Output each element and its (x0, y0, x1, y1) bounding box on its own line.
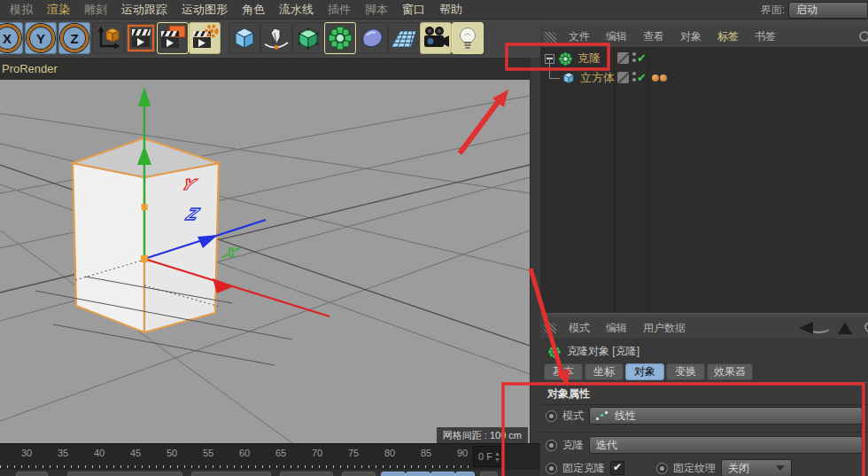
menu-sculpt[interactable]: 雕刻 (77, 2, 114, 18)
phong-tag-icon[interactable] (652, 74, 659, 82)
fix-clone-checkbox[interactable]: ✔ (610, 461, 624, 475)
om-menu-view[interactable]: 查看 (635, 29, 672, 44)
menu-character[interactable]: 角色 (235, 2, 272, 18)
add-spline-pen-icon[interactable] (260, 22, 292, 54)
add-subdivision-surface-icon[interactable] (292, 22, 324, 54)
mograph-cloner-icon (547, 345, 562, 359)
interface-layout-dropdown[interactable]: 启动 (788, 2, 868, 19)
render-view-icon[interactable] (125, 22, 157, 54)
clones-key-radio[interactable] (546, 440, 557, 451)
transport-button[interactable] (480, 472, 498, 476)
tick-label: 70 (312, 448, 322, 458)
transport-button-active[interactable] (381, 472, 406, 476)
tick-label: 50 (167, 448, 177, 458)
transport-button[interactable] (191, 472, 271, 476)
transport-button-active[interactable] (430, 472, 455, 476)
om-menu-file[interactable]: 文件 (561, 29, 598, 44)
frame-spinner-icon[interactable]: ▲▼ (494, 450, 500, 463)
object-name-cloner[interactable]: 克隆 (577, 51, 601, 66)
fix-clone-key-radio[interactable] (546, 463, 557, 474)
tick-label: 60 (239, 448, 250, 458)
menu-mograph[interactable]: 运动图形 (174, 2, 235, 18)
object-name-cube[interactable]: 立方体 (580, 70, 615, 86)
panel-grip-icon[interactable] (544, 32, 556, 43)
fix-texture-dropdown[interactable]: 关闭 (721, 459, 792, 476)
current-frame-field[interactable]: 0 F ▲▼ (473, 446, 503, 467)
transport-button[interactable] (67, 472, 182, 476)
z-axis-lock-button[interactable]: Z (58, 22, 90, 54)
timeline-ruler[interactable]: 30 35 40 45 50 55 60 65 70 75 80 85 90 0… (0, 443, 540, 471)
prorender-menu[interactable]: ProRender (0, 62, 58, 75)
menu-help[interactable]: 帮助 (432, 2, 469, 18)
tab-effectors[interactable]: 效果器 (707, 363, 753, 380)
clones-dropdown[interactable]: 迭代 (589, 436, 863, 454)
add-camera-icon[interactable] (420, 22, 452, 54)
menu-render[interactable]: 渲染 (40, 2, 77, 18)
add-cube-icon[interactable] (229, 22, 260, 54)
layer-swatch-icon[interactable] (617, 52, 629, 64)
om-menu-bookmarks[interactable]: 书签 (747, 29, 784, 44)
object-manager-menubar: 文件 编辑 查看 对象 标签 书签 (540, 27, 868, 48)
am-menu-edit[interactable]: 编辑 (598, 321, 635, 336)
menu-script[interactable]: 脚本 (358, 2, 395, 18)
panel-grip-icon[interactable] (544, 323, 556, 333)
enabled-checkmark-icon[interactable]: ✔ (637, 51, 647, 65)
transport-button-active[interactable] (455, 472, 475, 476)
attribute-title: 克隆对象 [克隆] (567, 344, 639, 359)
object-row-cloner[interactable]: 克隆 ✔ (540, 49, 868, 68)
add-volume-icon[interactable] (356, 22, 388, 54)
cube-object[interactable] (73, 138, 219, 332)
x-axis-lock-button[interactable]: X (0, 22, 23, 54)
history-back-icon[interactable] (799, 322, 829, 334)
interface-label: 界面: (761, 3, 785, 18)
menu-motion-track[interactable]: 运动跟踪 (114, 2, 174, 18)
viewport-3d-canvas[interactable]: Y Z X (0, 80, 530, 443)
tick-label: 30 (21, 448, 32, 458)
tree-branch-line (549, 59, 550, 78)
transport-button-active[interactable] (406, 472, 430, 476)
coordinate-system-icon[interactable] (92, 22, 124, 54)
phong-tag-icon[interactable] (660, 74, 667, 82)
menu-simulate[interactable]: 模拟 (3, 2, 40, 18)
menu-pipeline[interactable]: 流水线 (272, 2, 321, 18)
transport-button[interactable] (280, 472, 333, 476)
menu-window[interactable]: 窗口 (395, 2, 432, 18)
tick-label: 65 (275, 448, 286, 458)
add-mograph-cloner-icon[interactable] (324, 22, 356, 54)
render-settings-icon[interactable] (189, 22, 221, 54)
up-arrow-icon[interactable] (838, 322, 852, 334)
editor-visibility-dot[interactable] (632, 52, 636, 56)
mode-key-radio[interactable] (546, 410, 557, 422)
om-search-icon[interactable] (857, 30, 868, 44)
transport-button[interactable] (342, 472, 376, 476)
linear-mode-icon (596, 411, 608, 420)
chevron-down-icon (776, 465, 785, 471)
render-visibility-dot[interactable] (632, 78, 636, 82)
object-properties-panel: 对象属性 模式 线性 克隆 迭代 (540, 382, 868, 476)
om-menu-objects[interactable]: 对象 (672, 29, 709, 44)
enabled-checkmark-icon[interactable]: ✔ (637, 71, 647, 84)
am-menu-user-data[interactable]: 用户数据 (635, 321, 694, 336)
add-light-icon[interactable] (452, 22, 484, 54)
om-menu-edit[interactable]: 编辑 (598, 29, 635, 44)
object-row-cube[interactable]: 立方体 ✔ (540, 68, 868, 88)
y-axis-lock-button[interactable]: Y (25, 22, 57, 54)
add-floor-icon[interactable] (388, 22, 420, 54)
tab-object[interactable]: 对象 (625, 363, 664, 380)
menu-plugins[interactable]: 插件 (321, 2, 358, 18)
editor-visibility-dot[interactable] (632, 72, 636, 75)
tick-label: 85 (421, 448, 431, 458)
tab-coordinates[interactable]: 坐标 (585, 363, 624, 380)
tab-transform[interactable]: 变换 (666, 363, 705, 380)
tick-label: 40 (94, 448, 105, 458)
tab-basic[interactable]: 基本 (544, 363, 583, 380)
om-menu-tags[interactable]: 标签 (709, 29, 747, 44)
render-region-icon[interactable] (157, 22, 189, 54)
tree-branch-elbow (549, 78, 560, 79)
mode-dropdown[interactable]: 线性 (589, 407, 863, 425)
fix-texture-key-radio[interactable] (656, 463, 668, 474)
render-visibility-dot[interactable] (632, 59, 636, 62)
transport-button[interactable] (16, 472, 48, 476)
layer-swatch-icon[interactable] (617, 72, 629, 83)
am-menu-mode[interactable]: 模式 (561, 321, 598, 336)
